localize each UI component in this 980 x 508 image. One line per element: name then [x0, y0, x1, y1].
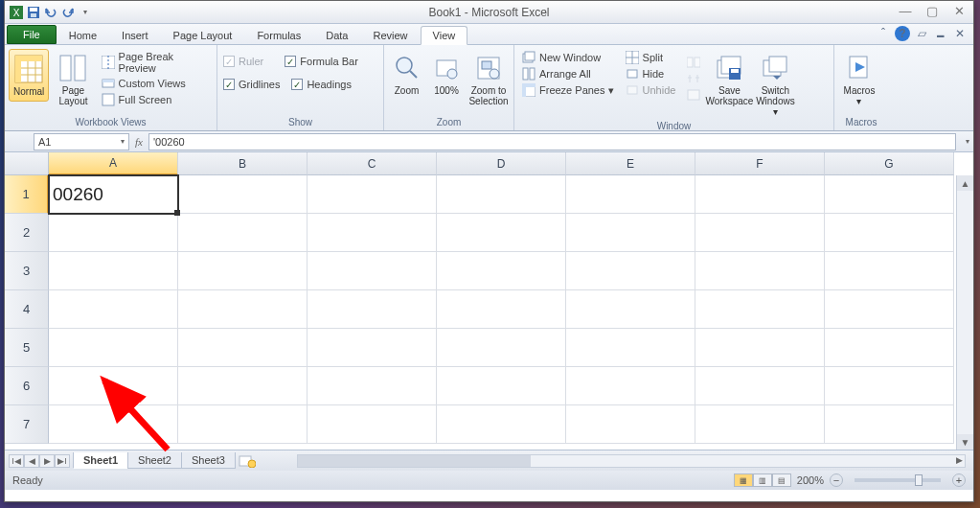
cell-B3[interactable] — [178, 252, 308, 290]
cell-A2[interactable] — [49, 214, 178, 252]
freeze-panes-button[interactable]: Freeze Panes ▾ — [520, 82, 616, 98]
cell-F1[interactable] — [695, 175, 825, 214]
view-normal-icon[interactable]: ▦ — [734, 473, 753, 487]
cell-E4[interactable] — [566, 290, 695, 329]
arrange-all-button[interactable]: Arrange All — [520, 66, 616, 81]
tab-review[interactable]: Review — [360, 26, 420, 44]
select-all-corner[interactable] — [5, 152, 49, 175]
view-page-layout-icon[interactable]: ▥ — [753, 473, 772, 487]
column-header-F[interactable]: F — [695, 152, 825, 175]
sheet-nav-next-icon[interactable]: ▶ — [39, 454, 55, 468]
formula-bar-input[interactable]: '00260 — [148, 133, 956, 150]
hscroll-thumb[interactable] — [298, 455, 532, 467]
tab-data[interactable]: Data — [313, 26, 360, 44]
ribbon-minimize-icon[interactable]: ˆ — [876, 26, 891, 41]
row-header-2[interactable]: 2 — [5, 214, 49, 252]
tab-insert[interactable]: Insert — [109, 26, 161, 44]
column-header-A[interactable]: A — [49, 152, 178, 175]
tab-formulas[interactable]: Formulas — [244, 26, 313, 44]
view-page-break-icon[interactable]: ▤ — [772, 473, 791, 487]
page-layout-button[interactable]: Page Layout — [53, 49, 93, 110]
cell-D2[interactable] — [437, 214, 566, 252]
sheet-nav-first-icon[interactable]: I◀ — [9, 454, 24, 468]
sheet-tab-sheet2[interactable]: Sheet2 — [127, 452, 182, 469]
sync-scroll-button[interactable] — [685, 71, 702, 86]
vertical-scrollbar[interactable]: ▲▼ — [956, 175, 973, 450]
cell-A1[interactable]: 00260 — [49, 175, 178, 214]
view-side-by-side-button[interactable] — [685, 55, 702, 70]
cell-F7[interactable] — [695, 405, 825, 444]
window-close2-icon[interactable]: ✕ — [952, 26, 968, 41]
column-header-E[interactable]: E — [566, 152, 695, 175]
gridlines-checkbox[interactable]: ✓Gridlines — [221, 78, 282, 91]
zoom-slider-thumb[interactable] — [915, 474, 923, 486]
row-header-6[interactable]: 6 — [5, 367, 49, 405]
zoom-out-button[interactable]: − — [830, 473, 843, 487]
sheet-tab-sheet3[interactable]: Sheet3 — [181, 452, 236, 469]
minimize-button[interactable]: — — [893, 3, 918, 18]
cell-B2[interactable] — [178, 214, 308, 252]
cell-G3[interactable] — [825, 252, 954, 290]
cell-B6[interactable] — [178, 367, 308, 405]
maximize-button[interactable]: ▢ — [920, 3, 945, 18]
cell-A3[interactable] — [49, 252, 178, 290]
formula-bar-expand-icon[interactable]: ▾ — [966, 137, 969, 146]
cell-E2[interactable] — [566, 214, 695, 252]
cell-G7[interactable] — [825, 405, 954, 444]
cell-G2[interactable] — [825, 214, 954, 252]
tab-page-layout[interactable]: Page Layout — [161, 26, 245, 44]
horizontal-scrollbar[interactable]: ◀▶ — [297, 454, 966, 468]
cell-F4[interactable] — [695, 290, 825, 329]
cell-D1[interactable] — [437, 175, 566, 214]
sheet-nav-prev-icon[interactable]: ◀ — [24, 454, 39, 468]
cell-F3[interactable] — [695, 252, 825, 290]
row-header-7[interactable]: 7 — [5, 405, 49, 444]
normal-view-button[interactable]: Normal — [9, 49, 49, 102]
cell-G5[interactable] — [825, 329, 954, 367]
scroll-up-icon[interactable]: ▲ — [957, 175, 973, 191]
cell-F6[interactable] — [695, 367, 825, 405]
cell-C1[interactable] — [308, 175, 437, 214]
cell-A7[interactable] — [49, 405, 178, 444]
qat-dropdown-icon[interactable]: ▾ — [78, 5, 93, 20]
new-sheet-button[interactable] — [236, 454, 259, 468]
unhide-button[interactable]: Unhide — [624, 82, 678, 98]
cell-E6[interactable] — [566, 367, 695, 405]
scroll-down-icon[interactable]: ▼ — [957, 434, 973, 450]
cell-E7[interactable] — [566, 405, 695, 444]
cell-C3[interactable] — [308, 252, 437, 290]
cell-C5[interactable] — [308, 329, 437, 367]
spreadsheet-grid[interactable]: ABCDEFG 1234567 00260 ▲▼ — [5, 152, 973, 450]
sheet-tab-sheet1[interactable]: Sheet1 — [73, 452, 128, 469]
new-window-button[interactable]: New Window — [520, 50, 616, 65]
zoom-selection-button[interactable]: Zoom to Selection — [467, 49, 510, 110]
column-header-D[interactable]: D — [437, 152, 566, 175]
cell-D6[interactable] — [437, 367, 566, 405]
cell-B5[interactable] — [178, 329, 308, 367]
save-icon[interactable] — [26, 5, 41, 20]
undo-icon[interactable] — [43, 5, 58, 20]
zoom-button[interactable]: Zoom — [388, 49, 425, 100]
cell-C4[interactable] — [308, 290, 437, 329]
ruler-checkbox[interactable]: ✓Ruler — [221, 55, 265, 68]
name-box[interactable]: A1▾ — [34, 133, 129, 150]
fx-icon[interactable]: fx — [135, 136, 143, 148]
cell-D4[interactable] — [437, 290, 566, 329]
redo-icon[interactable] — [60, 5, 76, 20]
page-break-preview-button[interactable]: Page Break Preview — [100, 50, 211, 75]
cell-A4[interactable] — [49, 290, 178, 329]
name-box-dropdown-icon[interactable]: ▾ — [121, 137, 125, 146]
cell-C7[interactable] — [308, 405, 437, 444]
custom-views-button[interactable]: Custom Views — [100, 76, 211, 91]
cell-G1[interactable] — [825, 175, 954, 214]
full-screen-button[interactable]: Full Screen — [100, 92, 211, 107]
cell-F2[interactable] — [695, 214, 825, 252]
help-icon[interactable]: ? — [895, 26, 910, 41]
split-button[interactable]: Split — [624, 50, 678, 65]
cell-E5[interactable] — [566, 329, 695, 367]
cell-C2[interactable] — [308, 214, 437, 252]
cell-B4[interactable] — [178, 290, 308, 329]
cell-D7[interactable] — [437, 405, 566, 444]
reset-window-button[interactable] — [685, 87, 702, 103]
cell-F5[interactable] — [695, 329, 825, 367]
